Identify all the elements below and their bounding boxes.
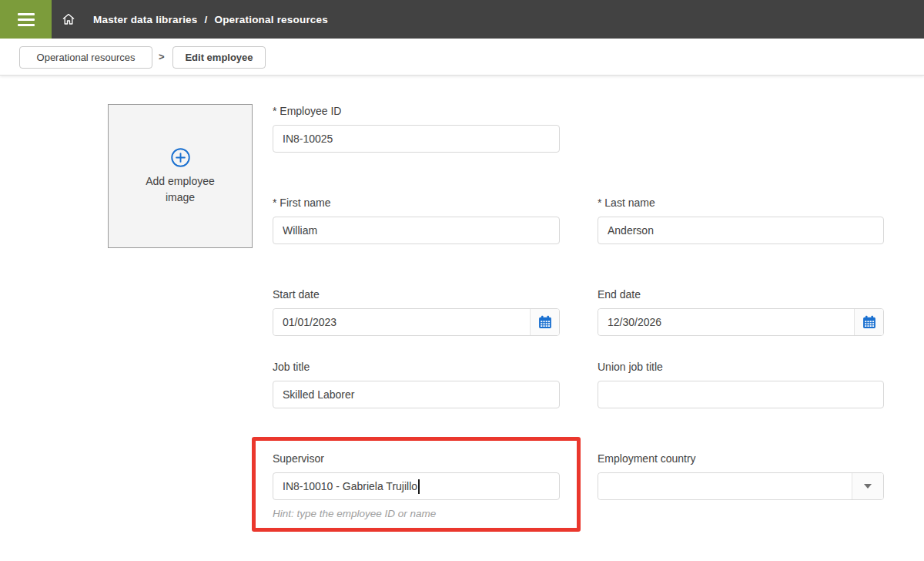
page-nav-row: Operational resources > Edit employee — [0, 39, 924, 76]
employment-country-dropdown-button[interactable] — [852, 473, 883, 499]
add-employee-image-label: Add employee image — [138, 173, 223, 206]
end-date-input-wrap — [598, 308, 884, 336]
employee-id-label: * Employee ID — [273, 105, 560, 117]
first-name-label: * First name — [273, 197, 560, 209]
first-name-field: * First name — [273, 197, 560, 244]
home-button[interactable] — [52, 0, 85, 39]
last-name-label: * Last name — [598, 197, 884, 209]
supervisor-label: Supervisor — [273, 452, 560, 465]
employment-country-label: Employment country — [598, 452, 884, 465]
supervisor-input[interactable]: IN8-10010 - Gabriela Trujillo — [273, 472, 560, 500]
dropdown-arrow-icon — [864, 484, 872, 489]
start-date-input-wrap — [273, 308, 560, 336]
start-date-input[interactable] — [273, 309, 559, 335]
employment-country-input-wrap — [598, 472, 884, 500]
plus-circle-icon — [170, 147, 191, 168]
breadcrumb-separator: / — [205, 14, 208, 25]
supervisor-hint: Hint: type the employee ID or name — [273, 508, 436, 519]
job-title-input[interactable] — [273, 381, 560, 408]
last-name-field: * Last name — [598, 197, 884, 244]
union-job-title-input[interactable] — [598, 381, 884, 408]
employment-country-field: Employment country — [598, 452, 884, 500]
breadcrumb: Master data libraries / Operational reso… — [93, 0, 328, 39]
job-title-label: Job title — [273, 361, 560, 373]
add-employee-image-button[interactable]: Add employee image — [108, 104, 253, 248]
home-icon — [61, 12, 76, 27]
text-cursor — [418, 479, 420, 494]
nav-tab-edit-employee[interactable]: Edit employee — [172, 46, 266, 69]
first-name-input[interactable] — [273, 217, 560, 244]
job-title-field: Job title — [273, 361, 560, 408]
breadcrumb-item-master-data-libraries[interactable]: Master data libraries — [93, 14, 198, 25]
union-job-title-field: Union job title — [598, 361, 884, 408]
start-date-calendar-button[interactable] — [530, 309, 559, 335]
end-date-calendar-button[interactable] — [854, 309, 883, 335]
employee-id-field: * Employee ID — [273, 105, 560, 153]
calendar-icon — [537, 314, 553, 330]
end-date-field: End date — [598, 288, 884, 336]
top-app-bar: Master data libraries / Operational reso… — [0, 0, 924, 39]
last-name-input[interactable] — [598, 217, 884, 244]
start-date-field: Start date — [273, 288, 560, 336]
edit-employee-page: Master data libraries / Operational reso… — [0, 0, 924, 561]
chevron-right-icon: > — [159, 51, 165, 62]
end-date-input[interactable] — [598, 309, 883, 335]
union-job-title-label: Union job title — [598, 361, 884, 373]
employee-id-input[interactable] — [273, 125, 560, 153]
end-date-label: End date — [598, 288, 884, 301]
supervisor-field: Supervisor IN8-10010 - Gabriela Trujillo… — [273, 452, 560, 500]
calendar-icon — [862, 314, 877, 330]
nav-tab-operational-resources[interactable]: Operational resources — [19, 46, 152, 69]
supervisor-input-value: IN8-10010 - Gabriela Trujillo — [283, 480, 417, 492]
menu-icon — [18, 13, 35, 26]
employment-country-input[interactable] — [598, 473, 883, 499]
breadcrumb-item-operational-resources[interactable]: Operational resources — [214, 14, 328, 25]
menu-button[interactable] — [0, 0, 52, 39]
start-date-label: Start date — [273, 288, 560, 301]
